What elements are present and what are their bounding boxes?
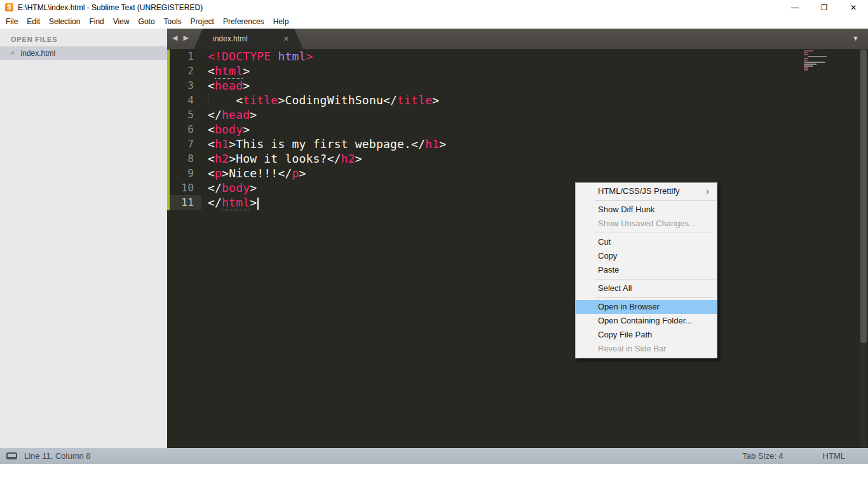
close-button[interactable]: ✕ xyxy=(839,0,868,15)
line-number: 2 xyxy=(170,64,201,78)
tab-overflow-icon[interactable]: ▼ xyxy=(852,34,859,42)
menubar-item-find[interactable]: Find xyxy=(85,15,108,29)
menu-item-reveal-in-side-bar: Reveal in Side Bar xyxy=(576,342,717,356)
code-lines: 1<!DOCTYPE html>2<html>3<head>4 <title>C… xyxy=(167,49,868,210)
scrollbar-thumb[interactable] xyxy=(860,50,867,343)
menu-item-copy-file-path[interactable]: Copy File Path xyxy=(576,328,717,342)
menu-item-label: Select All xyxy=(598,283,632,293)
sublime-logo-icon: S xyxy=(5,3,13,11)
line-number: 11 xyxy=(170,195,201,210)
menubar-item-goto[interactable]: Goto xyxy=(134,15,159,29)
menu-item-label: HTML/CSS/JS Prettify xyxy=(598,186,680,196)
code-text: <html> xyxy=(208,64,250,78)
menu-item-cut[interactable]: Cut xyxy=(576,235,717,249)
menu-item-label: Open in Browser xyxy=(598,302,660,311)
menu-item-label: Copy File Path xyxy=(598,330,652,339)
sidebar-file-item[interactable]: ✕index.html xyxy=(0,46,167,60)
code-text: </body> xyxy=(208,180,257,195)
menu-item-label: Open Containing Folder... xyxy=(598,316,692,325)
menu-item-label: Copy xyxy=(598,251,617,261)
code-line-2[interactable]: 2<html> xyxy=(167,64,868,78)
menubar-item-help[interactable]: Help xyxy=(269,15,294,29)
menu-item-html-css-js-prettify[interactable]: HTML/CSS/JS Prettify› xyxy=(576,184,717,198)
minimap-line xyxy=(804,54,808,55)
code-line-9[interactable]: 9<p>Nice!!!</p> xyxy=(167,166,868,180)
menu-item-label: Reveal in Side Bar xyxy=(598,344,667,353)
code-line-11[interactable]: 11</html> xyxy=(167,195,868,210)
minimize-button[interactable]: — xyxy=(780,0,810,15)
menu-item-open-in-browser[interactable]: Open in Browser xyxy=(576,300,717,314)
menu-item-copy[interactable]: Copy xyxy=(576,249,717,263)
panel-toggle-icon[interactable] xyxy=(6,452,17,459)
minimap-line xyxy=(804,50,813,51)
code-line-10[interactable]: 10</body> xyxy=(167,180,868,195)
code-text: </html> xyxy=(208,195,259,210)
minimap-line xyxy=(804,65,813,67)
menu-separator xyxy=(595,233,715,233)
open-files-list: ✕index.html xyxy=(0,46,167,60)
code-text: <h1>This is my first webpage.</h1> xyxy=(208,137,446,151)
code-text: <title>CodingWithSonu</title> xyxy=(208,93,439,107)
menubar-item-preferences[interactable]: Preferences xyxy=(219,15,269,29)
line-number: 9 xyxy=(170,166,201,180)
menubar-item-selection[interactable]: Selection xyxy=(44,15,85,29)
menu-separator xyxy=(595,200,715,201)
text-cursor xyxy=(257,198,259,210)
editor-pane: ◀ ▶ index.html✕ ▼ 1<!DOCTYPE html>2<html… xyxy=(167,29,868,448)
minimap-line xyxy=(804,64,817,65)
menubar-item-project[interactable]: Project xyxy=(186,15,219,29)
code-line-5[interactable]: 5</head> xyxy=(167,107,868,122)
menubar-item-tools[interactable]: Tools xyxy=(159,15,186,29)
scrollbar-track[interactable] xyxy=(860,49,867,448)
status-bar: Line 11, Column 8 Tab Size: 4 HTML xyxy=(0,448,868,464)
menu-item-show-unsaved-changes: Show Unsaved Changes... xyxy=(576,217,717,231)
menu-item-show-diff-hunk[interactable]: Show Diff Hunk xyxy=(576,203,717,217)
tab-size-status[interactable]: Tab Size: 4 xyxy=(742,451,783,461)
menubar-item-view[interactable]: View xyxy=(109,15,134,29)
code-text: <p>Nice!!!</p> xyxy=(208,166,306,180)
minimap-line xyxy=(804,62,825,63)
sidebar-file-label: index.html xyxy=(21,49,56,58)
code-text: <head> xyxy=(208,78,250,93)
minimap-line xyxy=(804,69,808,71)
modified-lines-gutter-marker xyxy=(167,50,170,210)
tab-index.html[interactable]: index.html✕ xyxy=(194,29,303,49)
line-number: 8 xyxy=(170,151,201,166)
code-line-6[interactable]: 6<body> xyxy=(167,122,868,137)
cursor-position-status: Line 11, Column 8 xyxy=(24,451,91,461)
menu-item-label: Paste xyxy=(598,265,619,274)
sidebar: OPEN FILES ✕index.html xyxy=(0,29,167,448)
menu-item-select-all[interactable]: Select All xyxy=(576,281,717,295)
menu-separator xyxy=(595,297,715,298)
menu-bar: FileEditSelectionFindViewGotoToolsProjec… xyxy=(0,15,868,29)
code-line-1[interactable]: 1<!DOCTYPE html> xyxy=(167,49,868,64)
window-title: E:\HTML\index.html - Sublime Text (UNREG… xyxy=(18,3,203,12)
menu-item-paste[interactable]: Paste xyxy=(576,263,717,277)
line-number: 4 xyxy=(170,93,201,107)
code-text: </head> xyxy=(208,107,257,122)
title-bar: S E:\HTML\index.html - Sublime Text (UNR… xyxy=(0,0,868,15)
code-text: <!DOCTYPE html> xyxy=(208,49,313,64)
minimap-line xyxy=(804,60,808,61)
restore-button[interactable]: ❐ xyxy=(810,0,839,15)
menu-item-open-containing-folder[interactable]: Open Containing Folder... xyxy=(576,314,717,328)
code-line-7[interactable]: 7<h1>This is my first webpage.</h1> xyxy=(167,137,868,151)
code-text: <h2>How it looks?</h2> xyxy=(208,151,362,166)
minimap-line xyxy=(804,67,808,69)
line-number: 3 xyxy=(170,78,201,93)
code-line-8[interactable]: 8<h2>How it looks?</h2> xyxy=(167,151,868,166)
minimap[interactable] xyxy=(804,50,829,71)
line-number: 7 xyxy=(170,137,201,151)
context-menu: HTML/CSS/JS Prettify›Show Diff HunkShow … xyxy=(575,182,717,358)
syntax-status[interactable]: HTML xyxy=(823,451,845,461)
tab-close-icon[interactable]: ✕ xyxy=(283,35,289,43)
code-line-4[interactable]: 4 <title>CodingWithSonu</title> xyxy=(167,93,868,107)
code-area[interactable]: 1<!DOCTYPE html>2<html>3<head>4 <title>C… xyxy=(167,49,868,448)
menubar-item-edit[interactable]: Edit xyxy=(22,15,44,29)
file-close-icon[interactable]: ✕ xyxy=(10,50,15,57)
tab-scroll-arrows-icon[interactable]: ◀ ▶ xyxy=(172,34,191,42)
submenu-chevron-icon: › xyxy=(706,184,709,198)
menubar-item-file[interactable]: File xyxy=(1,15,22,29)
menu-separator xyxy=(595,279,715,280)
code-line-3[interactable]: 3<head> xyxy=(167,78,868,93)
